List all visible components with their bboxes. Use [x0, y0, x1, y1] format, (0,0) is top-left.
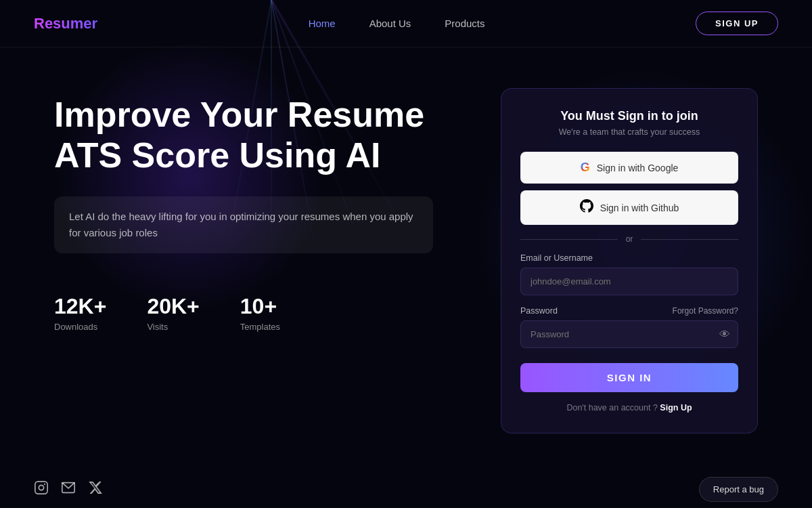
stat-visits-label: Visits: [147, 322, 199, 332]
google-signin-label: Sign in with Google: [597, 163, 679, 173]
nav-home[interactable]: Home: [309, 18, 336, 29]
main-content: Improve Your Resume ATS Score Using AI L…: [0, 47, 812, 433]
login-card: You Must Sign in to join We're a team th…: [501, 88, 758, 433]
svg-point-1: [39, 485, 43, 490]
signup-link-row: Don't have an account ? Sign Up: [520, 403, 738, 412]
password-label: Password: [520, 306, 558, 316]
hero-title-line1: Improve Your Resume: [54, 95, 424, 134]
divider-text: or: [626, 234, 633, 244]
login-card-subtitle: We're a team that crafts your success: [520, 127, 738, 137]
hero-title: Improve Your Resume ATS Score Using AI: [54, 95, 474, 176]
hero-subtitle: Let AI do the heavy lifting for you in o…: [69, 209, 418, 241]
stat-templates-label: Templates: [240, 322, 280, 332]
stat-downloads: 12K+ Downloads: [54, 294, 106, 332]
x-twitter-icon[interactable]: [88, 480, 103, 499]
footer-social-icons: [34, 480, 103, 499]
email-group: Email or Username: [520, 253, 738, 295]
email-input[interactable]: [520, 268, 738, 295]
stat-downloads-value: 12K+: [54, 294, 106, 319]
github-signin-button[interactable]: Sign in with Github: [520, 190, 738, 225]
login-card-title: You Must Sign in to join: [520, 109, 738, 123]
nav-products[interactable]: Products: [445, 18, 484, 29]
divider-line-right: [641, 239, 738, 240]
password-input[interactable]: [520, 320, 738, 348]
github-signin-label: Sign in with Github: [600, 203, 679, 213]
navbar: Resumer Home About Us Products SIGN UP: [0, 0, 812, 47]
nav-links: Home About Us Products: [309, 18, 485, 29]
google-icon: G: [581, 161, 590, 175]
email-label: Email or Username: [520, 253, 738, 263]
hero-title-line2: ATS Score Using AI: [54, 135, 381, 175]
stat-downloads-label: Downloads: [54, 322, 106, 332]
forgot-password-link[interactable]: Forgot Password?: [673, 306, 738, 316]
hero-subtitle-box: Let AI do the heavy lifting for you in o…: [54, 196, 433, 253]
stat-visits-value: 20K+: [147, 294, 199, 319]
divider-line-left: [520, 239, 618, 240]
stat-templates: 10+ Templates: [240, 294, 280, 332]
footer: Report a bug: [0, 471, 812, 508]
stat-templates-value: 10+: [240, 294, 280, 319]
stats-row: 12K+ Downloads 20K+ Visits 10+ Templates: [54, 294, 474, 332]
nav-about[interactable]: About Us: [369, 18, 411, 29]
email-icon[interactable]: [61, 480, 76, 499]
signin-button[interactable]: SIGN IN: [520, 363, 738, 392]
logo[interactable]: Resumer: [34, 15, 97, 33]
password-row: Password Forgot Password?: [520, 306, 738, 316]
password-field-wrap: 👁: [520, 320, 738, 348]
svg-rect-0: [35, 482, 47, 494]
google-signin-button[interactable]: G Sign in with Google: [520, 152, 738, 184]
no-account-text: Don't have an account ?: [566, 403, 657, 412]
report-bug-button[interactable]: Report a bug: [699, 477, 778, 502]
signup-link[interactable]: Sign Up: [660, 403, 692, 412]
hero-section: Improve Your Resume ATS Score Using AI L…: [54, 88, 474, 332]
password-group: Password Forgot Password? 👁: [520, 306, 738, 348]
github-icon: [580, 199, 593, 216]
svg-point-2: [44, 484, 45, 485]
password-toggle-icon[interactable]: 👁: [719, 329, 730, 341]
divider: or: [520, 234, 738, 244]
signup-button[interactable]: SIGN UP: [696, 12, 778, 35]
instagram-icon[interactable]: [34, 480, 49, 499]
stat-visits: 20K+ Visits: [147, 294, 199, 332]
